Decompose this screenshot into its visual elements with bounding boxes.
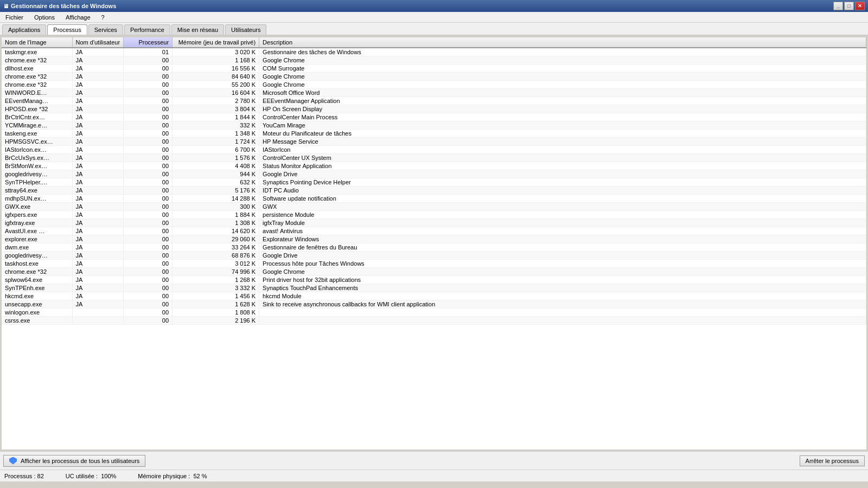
table-row[interactable]: IAStorIcon.ex…JA006 700 KIAStorIcon bbox=[2, 146, 866, 154]
cell-username: JA bbox=[72, 211, 124, 219]
cell-process-name: taskeng.exe bbox=[2, 130, 72, 138]
table-row[interactable]: igfxtray.exeJA001 308 KigfxTray Module bbox=[2, 219, 866, 227]
tab-applications[interactable]: Applications bbox=[2, 24, 46, 35]
table-row[interactable]: mdhpSUN.ex…JA0014 288 KSoftware update n… bbox=[2, 195, 866, 203]
cell-description: Print driver host for 32bit applications bbox=[259, 276, 866, 284]
cell-process-name: IAStorIcon.ex… bbox=[2, 146, 72, 154]
minimize-button[interactable]: _ bbox=[833, 2, 843, 10]
table-row[interactable]: dllhost.exeJA0016 556 KCOM Surrogate bbox=[2, 65, 866, 73]
cell-memory: 1 724 K bbox=[173, 138, 259, 146]
cell-cpu: 00 bbox=[124, 227, 173, 235]
table-row[interactable]: GWX.exeJA00300 KGWX bbox=[2, 203, 866, 211]
table-row[interactable]: SynTPEnh.exeJA003 332 KSynaptics TouchPa… bbox=[2, 284, 866, 292]
col-header-desc[interactable]: Description bbox=[259, 37, 866, 48]
table-row[interactable]: sttray64.exeJA005 176 KIDT PC Audio bbox=[2, 187, 866, 195]
menu-fichier[interactable]: Fichier bbox=[2, 13, 27, 22]
table-row[interactable]: HPOSD.exe *32JA003 804 KHP On Screen Dis… bbox=[2, 105, 866, 113]
cell-username: JA bbox=[72, 81, 124, 89]
table-row[interactable]: dwm.exeJA0033 264 KGestionnaire de fenêt… bbox=[2, 243, 866, 252]
table-row[interactable]: taskmgr.exeJA013 020 KGestionnaire des t… bbox=[2, 48, 866, 56]
cell-cpu: 00 bbox=[124, 276, 173, 284]
table-row[interactable]: hkcmd.exeJA001 456 Khkcmd Module bbox=[2, 292, 866, 300]
cell-username: JA bbox=[72, 195, 124, 203]
table-row[interactable]: splwow64.exeJA001 268 KPrint driver host… bbox=[2, 276, 866, 284]
cell-description: Explorateur Windows bbox=[259, 235, 866, 243]
table-row[interactable]: BrCcUxSys.ex…JA001 576 KControlCenter UX… bbox=[2, 154, 866, 162]
cpu-value: 100% bbox=[101, 473, 116, 479]
cell-cpu: 01 bbox=[124, 48, 173, 56]
cell-description: Google Drive bbox=[259, 252, 866, 260]
menu-affichage[interactable]: Affichage bbox=[62, 13, 94, 22]
cell-username: JA bbox=[72, 73, 124, 81]
table-row[interactable]: googledrivesy…JA00944 KGoogle Drive bbox=[2, 170, 866, 178]
cell-description: ControlCenter UX System bbox=[259, 154, 866, 162]
cell-cpu: 00 bbox=[124, 219, 173, 227]
cell-username: JA bbox=[72, 300, 124, 309]
maximize-button[interactable]: □ bbox=[844, 2, 854, 10]
cell-memory: 3 804 K bbox=[173, 105, 259, 113]
cell-process-name: SynTPHelper.… bbox=[2, 178, 72, 187]
end-process-button[interactable]: Arrêter le processus bbox=[800, 455, 865, 466]
table-container[interactable]: Nom de l'Image Nom d'utilisateur Process… bbox=[2, 37, 866, 450]
cell-description: IAStorIcon bbox=[259, 146, 866, 154]
tab-services[interactable]: Services bbox=[88, 24, 123, 35]
table-row[interactable]: SynTPHelper.…JA00632 KSynaptics Pointing… bbox=[2, 178, 866, 187]
cell-description: Moteur du Planificateur de tâches bbox=[259, 130, 866, 138]
tab-performance[interactable]: Performance bbox=[124, 24, 170, 35]
table-row[interactable]: WINWORD.E…JA0016 604 KMicrosoft Office W… bbox=[2, 89, 866, 97]
cell-memory: 4 408 K bbox=[173, 162, 259, 170]
table-row[interactable]: csrss.exe002 196 K bbox=[2, 317, 866, 325]
table-row[interactable]: taskhost.exeJA003 012 KProcessus hôte po… bbox=[2, 260, 866, 268]
col-header-user[interactable]: Nom d'utilisateur bbox=[72, 37, 124, 48]
cell-memory: 33 264 K bbox=[173, 243, 259, 252]
cell-process-name: BrCtrlCntr.ex… bbox=[2, 113, 72, 121]
close-button[interactable]: ✕ bbox=[855, 2, 865, 10]
table-row[interactable]: unsecapp.exeJA001 628 KSink to receive a… bbox=[2, 300, 866, 309]
table-row[interactable]: winlogon.exe001 808 K bbox=[2, 309, 866, 317]
tab-processus[interactable]: Processus bbox=[47, 24, 87, 35]
table-row[interactable]: BrStMonW.ex…JA004 408 KStatus Monitor Ap… bbox=[2, 162, 866, 170]
cell-memory: 6 700 K bbox=[173, 146, 259, 154]
cell-cpu: 00 bbox=[124, 138, 173, 146]
processes-count: 82 bbox=[37, 473, 44, 479]
cell-cpu: 00 bbox=[124, 146, 173, 154]
cell-description: Google Chrome bbox=[259, 56, 866, 65]
table-row[interactable]: igfxpers.exeJA001 884 Kpersistence Modul… bbox=[2, 211, 866, 219]
tab-mise-en-reseau[interactable]: Mise en réseau bbox=[171, 24, 224, 35]
table-row[interactable]: chrome.exe *32JA0074 996 KGoogle Chrome bbox=[2, 268, 866, 276]
show-all-button[interactable]: Afficher les processus de tous les utili… bbox=[3, 455, 145, 467]
cell-username: JA bbox=[72, 105, 124, 113]
table-row[interactable]: AvastUI.exe …JA0014 620 Kavast! Antiviru… bbox=[2, 227, 866, 235]
cell-memory: 2 780 K bbox=[173, 97, 259, 105]
cell-username: JA bbox=[72, 292, 124, 300]
table-row[interactable]: chrome.exe *32JA0055 200 KGoogle Chrome bbox=[2, 81, 866, 89]
cell-cpu: 00 bbox=[124, 260, 173, 268]
col-header-cpu[interactable]: Processeur bbox=[124, 37, 173, 48]
cell-description bbox=[259, 317, 866, 325]
table-row[interactable]: googledrivesy…JA0068 876 KGoogle Drive bbox=[2, 252, 866, 260]
cell-username: JA bbox=[72, 48, 124, 56]
cell-cpu: 00 bbox=[124, 170, 173, 178]
table-row[interactable]: HPMSGSVC.ex…JA001 724 KHP Message Servic… bbox=[2, 138, 866, 146]
table-row[interactable]: explorer.exeJA0029 060 KExplorateur Wind… bbox=[2, 235, 866, 243]
cell-process-name: HPMSGSVC.ex… bbox=[2, 138, 72, 146]
tab-utilisateurs[interactable]: Utilisateurs bbox=[225, 24, 266, 35]
table-row[interactable]: EEventManag…JA002 780 KEEEventManager Ap… bbox=[2, 97, 866, 105]
mem-status: Mémoire physique : 52 % bbox=[138, 473, 207, 479]
cell-username: JA bbox=[72, 154, 124, 162]
status-bar: Processus : 82 UC utilisée : 100% Mémoir… bbox=[0, 470, 868, 481]
table-row[interactable]: taskeng.exeJA001 348 KMoteur du Planific… bbox=[2, 130, 866, 138]
cell-process-name: mdhpSUN.ex… bbox=[2, 195, 72, 203]
cell-memory: 3 332 K bbox=[173, 284, 259, 292]
table-row[interactable]: BrCtrlCntr.ex…JA001 844 KControlCenter M… bbox=[2, 113, 866, 121]
table-row[interactable]: YCMMirage.e…JA00332 KYouCam Mirage bbox=[2, 121, 866, 130]
menu-help[interactable]: ? bbox=[98, 13, 108, 22]
table-row[interactable]: chrome.exe *32JA001 168 KGoogle Chrome bbox=[2, 56, 866, 65]
col-header-mem[interactable]: Mémoire (jeu de travail privé) bbox=[173, 37, 259, 48]
cell-memory: 1 348 K bbox=[173, 130, 259, 138]
cell-process-name: chrome.exe *32 bbox=[2, 73, 72, 81]
menu-options[interactable]: Options bbox=[31, 13, 58, 22]
cell-cpu: 00 bbox=[124, 292, 173, 300]
table-row[interactable]: chrome.exe *32JA0084 640 KGoogle Chrome bbox=[2, 73, 866, 81]
col-header-name[interactable]: Nom de l'Image bbox=[2, 37, 72, 48]
